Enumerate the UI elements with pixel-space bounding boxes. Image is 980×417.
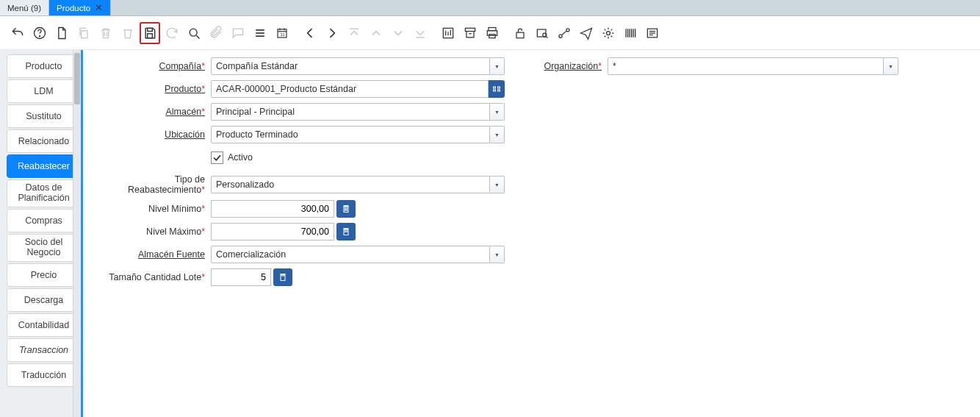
vtab-relacionado[interactable]: Relacionado <box>7 129 81 153</box>
svg-point-33 <box>566 28 569 31</box>
lock-icon[interactable] <box>510 22 530 44</box>
tab-producto-label: Producto <box>57 4 90 13</box>
vtab-ldm[interactable]: LDM <box>7 79 81 103</box>
vtab-label: Datos de Planificación <box>10 183 77 204</box>
label-compania: Compañía* <box>96 61 205 71</box>
svg-rect-5 <box>148 28 153 31</box>
attach-icon <box>206 22 226 44</box>
almacen-field[interactable]: Principal - Principal ▼ <box>211 103 505 121</box>
chevron-down-icon[interactable]: ▼ <box>884 57 898 75</box>
calculator-icon[interactable] <box>273 268 292 286</box>
chevron-down-icon[interactable]: ▼ <box>490 103 505 121</box>
lookup-icon[interactable] <box>489 80 505 98</box>
chevron-down-icon[interactable]: ▼ <box>490 176 505 193</box>
workflow-icon[interactable] <box>554 22 574 44</box>
vtab-label: Reabastecer <box>18 161 70 171</box>
up-icon <box>366 22 386 44</box>
vtab-contabilidad[interactable]: Contabilidad <box>7 313 81 337</box>
print-icon[interactable] <box>482 22 502 44</box>
svg-point-60 <box>346 232 347 232</box>
tamano-lote-input[interactable] <box>211 268 271 286</box>
save-icon[interactable] <box>140 22 160 44</box>
nivel-max-input[interactable] <box>211 223 334 240</box>
gear-icon[interactable] <box>598 22 619 44</box>
nivel-min-input[interactable] <box>211 200 334 218</box>
calculator-icon[interactable] <box>336 200 356 218</box>
list-icon[interactable] <box>250 22 270 44</box>
refresh-icon <box>162 22 182 44</box>
calculator-icon[interactable] <box>336 223 356 240</box>
vtab-datos-plan[interactable]: Datos de Planificación <box>7 179 81 207</box>
barcode-icon[interactable] <box>620 22 641 44</box>
chevron-down-icon[interactable]: ▼ <box>490 57 505 75</box>
label-organizacion: Organización* <box>537 61 602 71</box>
vtab-label: Compras <box>25 215 62 226</box>
svg-rect-27 <box>489 34 495 38</box>
vtab-descarga[interactable]: Descarga <box>7 288 81 312</box>
side-scrollbar[interactable] <box>73 50 81 417</box>
organizacion-field[interactable]: * ▼ <box>608 57 898 75</box>
chat-icon <box>228 22 248 44</box>
svg-point-52 <box>346 209 347 210</box>
calendar-icon[interactable]: 31 <box>272 22 292 44</box>
send-icon[interactable] <box>576 22 597 44</box>
svg-rect-6 <box>148 33 153 38</box>
chevron-down-icon[interactable]: ▼ <box>490 246 505 263</box>
close-icon[interactable]: ✕ <box>95 3 103 13</box>
vtab-label: LDM <box>34 86 53 96</box>
vtab-label: Traducción <box>21 370 66 380</box>
vtab-compras[interactable]: Compras <box>7 209 81 232</box>
svg-rect-47 <box>494 90 496 91</box>
bottom-icon <box>410 22 430 44</box>
vtab-traduccion[interactable]: Traducción <box>7 363 81 387</box>
tipo-reabast-field[interactable]: Personalizado ▼ <box>211 176 505 193</box>
vtab-label: Socio del Negocio <box>10 238 77 258</box>
ubicacion-field[interactable]: Producto Terminado ▼ <box>211 126 505 143</box>
prev-icon[interactable] <box>300 22 320 44</box>
vtab-label: Precio <box>31 270 57 280</box>
form-area: Compañía* Compañía Estándar ▼ Producto* … <box>83 50 980 417</box>
vtab-sustituto[interactable]: Sustituto <box>7 104 81 128</box>
tab-menu[interactable]: Menú (9) <box>0 0 49 15</box>
search-icon[interactable] <box>184 22 204 44</box>
svg-point-56 <box>347 210 347 211</box>
svg-rect-2 <box>82 30 87 38</box>
almacen-fuente-field[interactable]: Comercialización ▼ <box>211 246 505 263</box>
nivel-max-field[interactable] <box>211 223 356 240</box>
archive-icon[interactable] <box>460 22 480 44</box>
undo-icon[interactable] <box>7 22 28 44</box>
vtab-precio[interactable]: Precio <box>7 263 81 287</box>
producto-value: ACAR-000001_Producto Estándar <box>211 80 489 98</box>
zoom-icon[interactable] <box>532 22 552 44</box>
compania-field[interactable]: Compañía Estándar ▼ <box>211 57 505 75</box>
copy-icon <box>73 22 94 44</box>
vtab-label: Contabilidad <box>18 320 70 330</box>
label-nivel-min: Nivel Mínimo* <box>96 204 205 214</box>
activo-checkbox[interactable] <box>211 152 223 164</box>
organizacion-value: * <box>608 57 884 75</box>
svg-line-8 <box>196 35 199 38</box>
label-nivel-max: Nivel Máximo* <box>96 227 205 237</box>
compania-value: Compañía Estándar <box>211 57 490 75</box>
side-tabs: Producto LDM Sustituto Relacionado Reaba… <box>0 50 83 417</box>
nivel-min-field[interactable] <box>211 200 356 218</box>
svg-rect-45 <box>494 87 496 88</box>
report-icon[interactable] <box>438 22 458 44</box>
help-icon[interactable] <box>29 22 50 44</box>
vtab-transaccion[interactable]: Transaccion <box>7 338 81 362</box>
note-icon[interactable] <box>642 22 663 44</box>
vtab-socio[interactable]: Socio del Negocio <box>7 234 81 262</box>
tamano-lote-field[interactable] <box>211 268 292 286</box>
chevron-down-icon[interactable]: ▼ <box>490 126 505 143</box>
top-icon <box>344 22 364 44</box>
svg-rect-28 <box>516 32 524 38</box>
ubicacion-value: Producto Terminado <box>211 126 490 143</box>
vtab-producto[interactable]: Producto <box>7 54 81 78</box>
new-icon[interactable] <box>51 22 72 44</box>
next-icon[interactable] <box>322 22 342 44</box>
scrollbar-thumb[interactable] <box>74 53 80 104</box>
tab-producto[interactable]: Producto ✕ <box>49 0 111 15</box>
svg-point-53 <box>347 209 347 210</box>
producto-field[interactable]: ACAR-000001_Producto Estándar <box>211 80 505 98</box>
vtab-reabastecer[interactable]: Reabastecer <box>7 154 81 178</box>
